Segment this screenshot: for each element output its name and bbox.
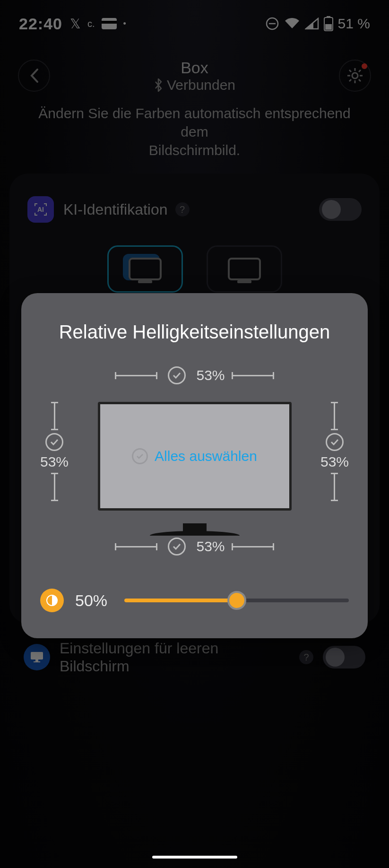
select-all-label: Alles auswählen	[155, 448, 257, 464]
brightness-icon	[40, 589, 64, 612]
check-circle-icon[interactable]	[45, 433, 63, 451]
brightness-slider[interactable]	[124, 599, 349, 602]
edge-right-value: 53%	[320, 454, 349, 470]
bracket-icon	[54, 473, 55, 501]
select-all-button[interactable]: Alles auswählen	[98, 402, 292, 511]
relative-brightness-modal: Relative Helligkeitseinstellungen 53% 53…	[21, 293, 368, 638]
edge-right-control[interactable]: 53%	[320, 395, 349, 508]
tv-stand-icon	[150, 531, 240, 536]
bracket-icon	[334, 402, 335, 430]
brightness-value: 50%	[75, 591, 113, 610]
edge-top-control[interactable]: 53%	[40, 366, 349, 384]
check-circle-icon[interactable]	[326, 433, 344, 451]
slider-knob[interactable]	[227, 591, 246, 610]
edge-left-control[interactable]: 53%	[40, 395, 69, 508]
check-circle-icon[interactable]	[168, 366, 186, 384]
bracket-icon	[115, 375, 157, 376]
edge-bottom-value: 53%	[196, 538, 225, 555]
modal-title: Relative Helligkeitseinstellungen	[40, 321, 349, 343]
check-circle-icon[interactable]	[168, 538, 186, 556]
bracket-icon	[232, 546, 274, 547]
edge-bottom-control[interactable]: 53%	[40, 538, 349, 556]
bracket-icon	[232, 375, 274, 376]
slider-fill	[124, 599, 237, 602]
bracket-icon	[115, 546, 157, 547]
bracket-icon	[54, 402, 55, 430]
bracket-icon	[334, 473, 335, 501]
home-indicator[interactable]	[152, 856, 237, 859]
edge-top-value: 53%	[196, 367, 225, 383]
brightness-slider-row: 50%	[40, 589, 349, 612]
tv-edge-selector: 53% 53% 53% 53%	[40, 366, 349, 546]
edge-left-value: 53%	[40, 454, 69, 470]
check-circle-icon	[132, 448, 148, 464]
